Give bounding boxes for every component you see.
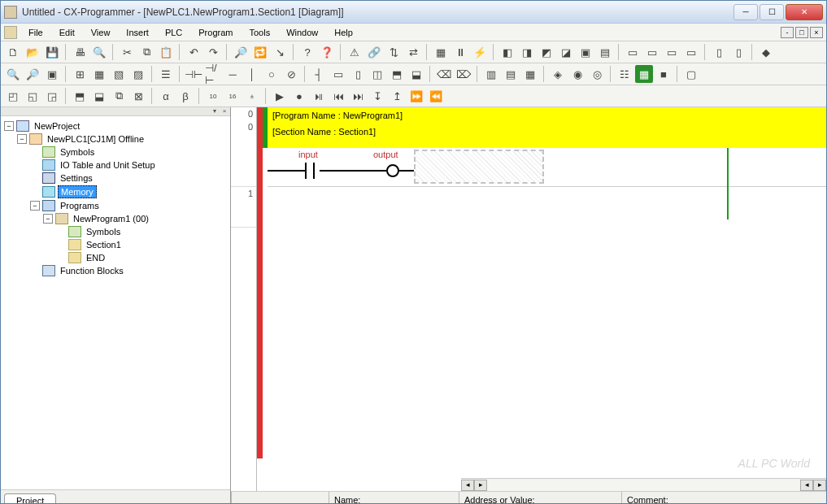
contact-nc-icon[interactable]: ⊣/⊢ [204, 65, 222, 83]
tile-v-icon[interactable]: ⬓ [90, 87, 108, 105]
paste-icon[interactable]: 📋 [157, 43, 175, 61]
tree-prog-symbols[interactable]: Symbols [4, 225, 227, 238]
mdi-restore-button[interactable]: □ [795, 27, 808, 38]
menu-edit[interactable]: Edit [51, 26, 83, 39]
tree-root[interactable]: − NewProject [4, 119, 227, 133]
next-icon[interactable]: ⏭ [349, 87, 367, 105]
cursor-selection[interactable] [414, 150, 544, 184]
coil-icon[interactable]: ○ [263, 65, 281, 83]
context-help-icon[interactable]: ❓ [318, 43, 336, 61]
zoom-out-icon[interactable]: 🔎 [24, 65, 41, 83]
module2-icon[interactable]: ▯ [729, 43, 747, 61]
warning-icon[interactable]: ⚠ [346, 43, 363, 61]
run-icon[interactable]: ▶ [271, 87, 289, 105]
tab-project[interactable]: Project [4, 493, 56, 504]
del1-icon[interactable]: ⌫ [435, 65, 453, 83]
panel2-icon[interactable]: ◱ [24, 87, 41, 105]
expander-icon[interactable]: − [4, 121, 14, 131]
tool-f-icon[interactable]: ▤ [596, 43, 614, 61]
sidebar-close-icon[interactable]: × [220, 108, 229, 115]
scroll-right2-icon[interactable]: ▸ [813, 480, 826, 491]
scroll-track[interactable] [487, 480, 800, 491]
rack1-icon[interactable]: ▭ [624, 43, 642, 61]
rack2-icon[interactable]: ▭ [643, 43, 661, 61]
menu-tools[interactable]: Tools [241, 26, 278, 39]
view-c-icon[interactable]: ▨ [129, 65, 147, 83]
tile-h-icon[interactable]: ⬒ [71, 87, 89, 105]
tool-d-icon[interactable]: ◪ [557, 43, 575, 61]
menu-view[interactable]: View [83, 26, 119, 39]
stop-icon[interactable]: ■ [655, 65, 672, 83]
fb-icon[interactable]: ▯ [349, 65, 367, 83]
new-file-icon[interactable]: 🗋 [4, 43, 22, 61]
expander-icon[interactable]: − [17, 134, 27, 144]
panel1-icon[interactable]: ◰ [4, 87, 22, 105]
close-button[interactable]: ✕ [786, 4, 823, 20]
sim2-icon[interactable]: ◉ [568, 65, 586, 83]
menu-file[interactable]: File [20, 26, 51, 39]
hline-icon[interactable]: ─ [224, 65, 242, 83]
ins2-icon[interactable]: ⬒ [388, 65, 406, 83]
tool-a-icon[interactable]: ◧ [498, 43, 516, 61]
end-icon[interactable]: ◆ [757, 43, 775, 61]
del2-icon[interactable]: ⌦ [455, 65, 472, 83]
mdi-close-button[interactable]: × [810, 27, 823, 38]
ins3-icon[interactable]: ⬓ [407, 65, 425, 83]
sidebar-pin-icon[interactable]: ▾ [211, 108, 219, 115]
rack3-icon[interactable]: ▭ [663, 43, 681, 61]
project-tree[interactable]: − NewProject − NewPLC1[CJ1M] Offline Sym… [1, 115, 230, 489]
tree-io-table[interactable]: IO Table and Unit Setup [4, 159, 227, 172]
menu-program[interactable]: Program [190, 26, 241, 39]
vline-icon[interactable]: │ [243, 65, 261, 83]
menu-plc[interactable]: PLC [157, 26, 190, 39]
coil-not-icon[interactable]: ⊘ [282, 65, 300, 83]
window-icon[interactable]: ▢ [682, 65, 700, 83]
ff-icon[interactable]: ⏩ [407, 87, 425, 105]
online-icon[interactable]: 🔗 [365, 43, 383, 61]
menu-help[interactable]: Help [326, 26, 361, 39]
exp2-icon[interactable]: ▤ [502, 65, 520, 83]
close-all-icon[interactable]: ⊠ [129, 87, 147, 105]
grid-icon[interactable]: ⊞ [71, 65, 89, 83]
menu-window[interactable]: Window [278, 26, 326, 39]
rung-0[interactable]: input output [268, 148, 826, 187]
tool-b-icon[interactable]: ◨ [518, 43, 536, 61]
goto-icon[interactable]: ↘ [271, 43, 289, 61]
cut-icon[interactable]: ✂ [118, 43, 136, 61]
monitor-icon[interactable]: ▦ [432, 43, 450, 61]
ladder-canvas[interactable]: [Program Name : NewProgram1] [Section Na… [257, 107, 826, 504]
print-icon[interactable]: 🖶 [71, 43, 89, 61]
tree-program1[interactable]: − NewProgram1 (00) [4, 212, 227, 225]
tree-symbols[interactable]: Symbols [4, 146, 227, 159]
scroll-right-icon[interactable]: ▸ [474, 480, 487, 491]
tree-memory[interactable]: Memory [4, 185, 227, 199]
step-in-icon[interactable]: ↧ [368, 87, 386, 105]
scroll-left-icon[interactable]: ◂ [461, 480, 474, 491]
view-b-icon[interactable]: ▧ [110, 65, 128, 83]
coil-output[interactable] [386, 164, 399, 177]
rung-1[interactable] [268, 187, 826, 219]
mdi-minimize-button[interactable]: - [781, 27, 794, 38]
copy-icon[interactable]: ⧉ [137, 43, 155, 61]
maximize-button[interactable]: ☐ [760, 4, 784, 20]
function-icon[interactable]: ▭ [329, 65, 347, 83]
replace-icon[interactable]: 🔁 [251, 43, 269, 61]
rung-icon[interactable]: ☰ [157, 65, 175, 83]
transfer-icon[interactable]: ⇅ [385, 43, 403, 61]
tree-section1[interactable]: Section1 [4, 238, 227, 251]
exp3-icon[interactable]: ▦ [521, 65, 539, 83]
sim3-icon[interactable]: ◎ [588, 65, 606, 83]
menu-insert[interactable]: Insert [118, 26, 157, 39]
playpause-icon[interactable]: ⏯ [310, 87, 328, 105]
ins1-icon[interactable]: ◫ [368, 65, 386, 83]
tool-e-icon[interactable]: ▣ [577, 43, 594, 61]
minimize-button[interactable]: ─ [733, 4, 758, 20]
sym-a-icon[interactable]: α [157, 87, 175, 105]
prev-icon[interactable]: ⏮ [329, 87, 347, 105]
compare-icon[interactable]: ⇄ [404, 43, 422, 61]
sim1-icon[interactable]: ◈ [549, 65, 567, 83]
tool-c-icon[interactable]: ◩ [538, 43, 555, 61]
rw-icon[interactable]: ⏪ [427, 87, 445, 105]
mon-green-icon[interactable]: ▦ [635, 65, 653, 83]
tree-function-blocks[interactable]: Function Blocks [4, 264, 227, 277]
